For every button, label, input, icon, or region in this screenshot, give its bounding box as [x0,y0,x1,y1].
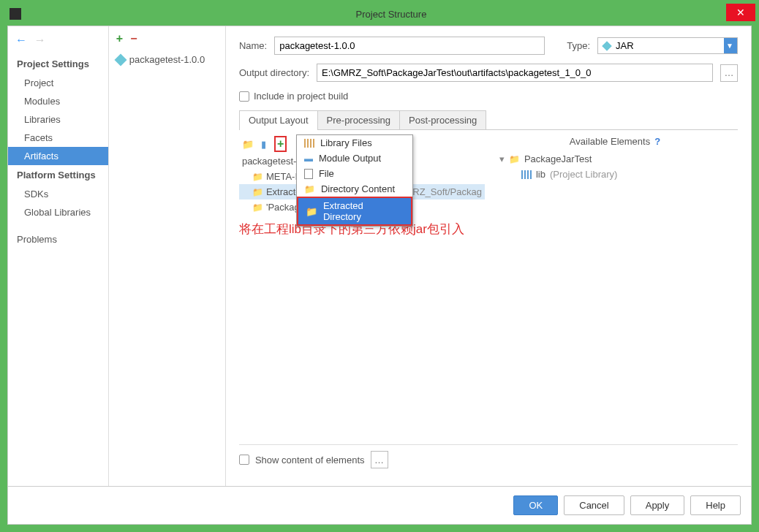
menu-file[interactable]: File [297,166,412,181]
output-label: Output directory: [239,67,309,78]
cancel-button[interactable]: Cancel [564,495,624,515]
include-label: Include in project build [254,91,348,102]
close-button[interactable]: ✕ [726,4,755,21]
folder-icon: 📁 [304,184,315,194]
jar-icon [602,41,612,51]
artifact-list-panel: + − packagetest-1.0.0 [109,26,226,486]
nav-global-libraries[interactable]: Global Libraries [8,203,108,221]
nav-forward-icon[interactable]: → [34,34,46,46]
output-layout-panel: 📁 ▮ + Library Files ▬ [239,130,485,444]
lib-suffix: (Project Library) [550,169,617,180]
module-icon: ▬ [304,153,313,164]
remove-artifact-button[interactable]: − [130,32,137,45]
help-icon[interactable]: ? [654,136,660,147]
section-project-settings: Project Settings [8,54,108,74]
library-icon [521,170,532,179]
artifact-detail-panel: Name: Type: JAR ▼ Output directory: … [226,26,751,486]
add-copy-menu: Library Files ▬ Module Output File [296,134,413,227]
show-content-label: Show content of elements [255,455,365,466]
chevron-down-icon: ▾ [499,153,505,164]
nav-artifacts[interactable]: Artifacts [8,147,108,165]
name-input[interactable] [274,37,545,55]
type-select[interactable]: JAR ▼ [597,37,738,54]
apply-button[interactable]: Apply [630,495,685,515]
dialog-footer: OK Cancel Apply Help [8,486,751,524]
available-header: Available Elements [570,136,650,147]
archive-icon[interactable]: ▮ [258,138,270,150]
output-directory-input[interactable] [317,64,713,82]
show-content-checkbox[interactable] [239,455,249,465]
artifact-icon [114,53,126,66]
new-folder-icon[interactable]: 📁 [242,138,254,150]
include-checkbox[interactable] [239,91,249,102]
tab-post-processing[interactable]: Post-processing [399,110,486,129]
help-button[interactable]: Help [690,495,741,515]
tab-pre-processing[interactable]: Pre-processing [317,110,400,129]
menu-library-files[interactable]: Library Files [297,135,412,151]
menu-module-output[interactable]: ▬ Module Output [297,151,412,166]
file-icon [304,169,313,179]
artifact-item[interactable]: packagetest-1.0.0 [109,51,225,68]
artifact-label: packagetest-1.0.0 [129,54,205,65]
nav-back-icon[interactable]: ← [15,34,27,46]
chevron-down-icon: ▼ [726,42,733,50]
nav-modules[interactable]: Modules [8,92,108,110]
show-content-options[interactable]: … [371,451,388,468]
window-title: Project Structure [27,9,755,20]
nav-libraries[interactable]: Libraries [8,110,108,129]
nav-project[interactable]: Project [8,74,108,92]
app-icon [10,8,21,20]
nav-problems[interactable]: Problems [8,230,108,248]
browse-button[interactable]: … [720,64,738,82]
available-elements-panel: Available Elements ? ▾ 📁 PackageJarTest [485,130,738,444]
project-folder-icon: 📁 [509,154,520,164]
extracted-icon: 📁 [252,187,263,197]
type-label: Type: [567,40,590,51]
available-project[interactable]: ▾ 📁 PackageJarTest [492,151,738,167]
menu-extracted-directory[interactable]: 📁 Extracted Directory [298,198,411,224]
library-icon [304,139,314,148]
left-nav-panel: ← → Project Settings Project Modules Lib… [8,26,109,486]
add-artifact-button[interactable]: + [116,32,123,45]
nav-sdks[interactable]: SDKs [8,185,108,203]
folder-icon: 📁 [252,202,263,213]
nav-facets[interactable]: Facets [8,129,108,147]
tab-output-layout[interactable]: Output Layout [239,110,318,129]
name-label: Name: [239,40,267,51]
add-copy-button[interactable]: + [276,137,285,150]
available-lib[interactable]: lib (Project Library) [492,167,738,182]
section-platform-settings: Platform Settings [8,165,108,185]
extracted-icon: 📁 [306,206,317,217]
folder-icon: 📁 [252,172,263,182]
ok-button[interactable]: OK [513,495,558,515]
type-value: JAR [616,40,634,51]
menu-directory-content[interactable]: 📁 Directory Content [297,181,412,197]
